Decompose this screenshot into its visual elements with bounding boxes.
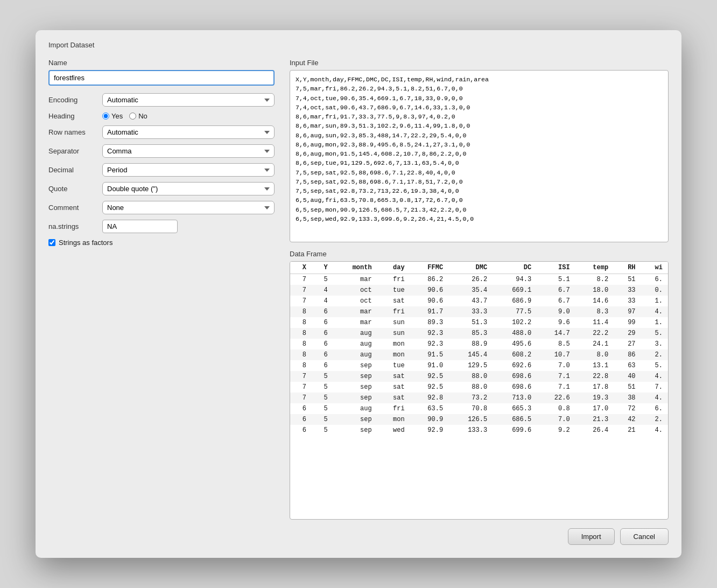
table-cell: 92.5 [410,371,448,382]
col-header: wi [641,262,668,274]
table-cell: 6 [312,349,333,360]
data-frame-box[interactable]: XYmonthdayFFMCDMCDCISItempRHwi75marfri86… [290,261,669,520]
table-cell: 495.6 [493,339,537,349]
table-cell: 21.3 [575,414,614,425]
name-section: Name [48,59,275,86]
table-cell: 4. [641,371,668,382]
table-cell: 33.3 [448,306,493,317]
table-cell: 21 [614,425,641,436]
table-cell: 0. [641,285,668,296]
col-header: DC [493,262,537,274]
table-cell: sat [377,371,410,382]
table-cell: 51.3 [448,317,493,328]
table-cell: mar [333,317,377,328]
heading-yes-label[interactable]: Yes [102,112,123,120]
table-cell: 72 [614,403,641,414]
table-cell: 10.7 [537,349,575,360]
table-cell: 129.5 [448,360,493,371]
input-file-section: Input File X,Y,month,day,FFMC,DMC,DC,ISI… [290,59,669,242]
table-row: 86augmon91.5145.4608.210.78.0862. [290,349,668,360]
strings-as-factors-label[interactable]: Strings as factors [48,239,113,247]
table-cell: 7 [290,371,312,382]
comment-select[interactable]: None # % [102,201,275,214]
table-cell: 6 [312,328,333,339]
heading-yes-radio[interactable] [102,113,109,120]
table-cell: 126.5 [448,414,493,425]
table-cell: tue [377,285,410,296]
table-cell: 43.7 [448,296,493,306]
table-cell: 7 [290,285,312,296]
strings-as-factors-checkbox[interactable] [48,239,55,246]
separator-label: Separator [48,147,97,155]
table-cell: 7.0 [537,360,575,371]
table-cell: 17.8 [575,382,614,393]
table-cell: 686.9 [493,296,537,306]
table-row: 75sepsat92.588.0698.67.122.8404. [290,371,668,382]
table-cell: 692.6 [493,360,537,371]
table-cell: wed [377,425,410,436]
decimal-select[interactable]: Period Comma [102,163,275,177]
table-cell: 17.0 [575,403,614,414]
data-table: XYmonthdayFFMCDMCDCISItempRHwi75marfri86… [290,262,668,436]
table-row: 86marsun89.351.3102.29.611.4991. [290,317,668,328]
table-cell: 88.0 [448,382,493,393]
table-cell: 5.1 [537,274,575,285]
table-cell: 63 [614,360,641,371]
table-row: 65sepmon90.9126.5686.57.021.3422. [290,414,668,425]
na-strings-input[interactable] [102,220,178,233]
encoding-select[interactable]: Automatic UTF-8 Latin-1 [102,93,275,107]
table-cell: 8.3 [575,306,614,317]
table-cell: 0.8 [537,403,575,414]
table-row: 75marfri86.226.294.35.18.2516. [290,274,668,285]
table-cell: 5. [641,328,668,339]
table-cell: 33 [614,285,641,296]
table-cell: 89.3 [410,317,448,328]
table-cell: 6. [641,403,668,414]
row-names-select[interactable]: Automatic None Use first column [102,125,275,139]
table-cell: 92.8 [410,393,448,403]
input-file-content[interactable]: X,Y,month,day,FFMC,DMC,DC,ISI,temp,RH,wi… [290,70,669,242]
table-cell: fri [377,274,410,285]
table-cell: 9.6 [537,317,575,328]
table-cell: 5 [312,403,333,414]
table-cell: 7. [641,382,668,393]
table-cell: 488.0 [493,328,537,339]
table-cell: aug [333,339,377,349]
table-cell: oct [333,285,377,296]
row-names-label: Row names [48,128,97,136]
heading-no-radio[interactable] [129,113,136,120]
table-cell: 5 [312,414,333,425]
table-cell: 7.1 [537,371,575,382]
separator-select[interactable]: Comma Semicolon Tab Whitespace [102,144,275,158]
heading-radio-group: Yes No [102,112,147,120]
table-cell: 4 [312,285,333,296]
table-cell: 669.1 [493,285,537,296]
quote-select[interactable]: Double quote (") Single quote (') None [102,182,275,195]
table-cell: 4. [641,306,668,317]
table-cell: 6 [290,425,312,436]
cancel-button[interactable]: Cancel [620,528,669,545]
strings-as-factors-row: Strings as factors [48,239,275,247]
name-input[interactable] [48,70,275,86]
separator-row: Separator Comma Semicolon Tab Whitespace [48,144,275,158]
table-row: 74octtue90.635.4669.16.718.0330. [290,285,668,296]
table-cell: mar [333,274,377,285]
table-cell: 5 [312,371,333,382]
table-cell: 42 [614,414,641,425]
dialog-body: Name Encoding Automatic UTF-8 Latin-1 He… [48,59,669,520]
col-header: X [290,262,312,274]
input-file-label: Input File [290,59,669,67]
table-cell: mon [377,414,410,425]
table-cell: 1. [641,317,668,328]
heading-no-label[interactable]: No [129,112,147,120]
table-cell: 2. [641,349,668,360]
table-cell: 33 [614,296,641,306]
data-frame-label: Data Frame [290,250,669,258]
table-cell: 70.8 [448,403,493,414]
import-button[interactable]: Import [568,528,615,545]
table-cell: 6 [290,403,312,414]
table-cell: 608.2 [493,349,537,360]
table-cell: tue [377,360,410,371]
table-cell: 6. [641,274,668,285]
table-cell: 13.1 [575,360,614,371]
